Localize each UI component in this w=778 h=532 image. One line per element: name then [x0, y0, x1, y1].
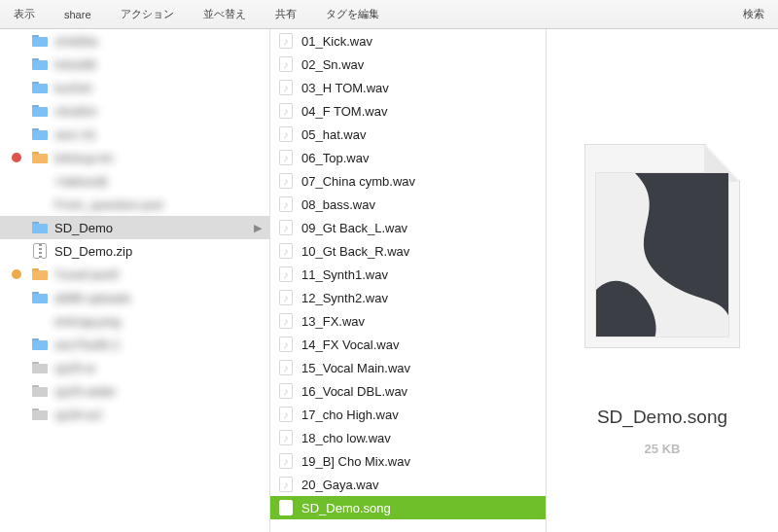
file-row[interactable]: 19_B] Cho Mix.wav — [270, 449, 546, 473]
file-name: 08_bass.wav — [301, 197, 538, 212]
column-parent-folder[interactable]: sh4d0wh4ze88kur0shr4nd0mserc-01b4ckup-tm… — [0, 29, 270, 532]
sidebar-item[interactable]: TuneCare® — [0, 263, 269, 286]
sidebar-item-label: b4ckup-tm — [54, 151, 244, 165]
sidebar-item[interactable]: b4ckup-tm — [0, 146, 269, 169]
toolbar-tags[interactable]: タグを編集 — [322, 5, 383, 23]
file-name: 17_cho High.wav — [301, 408, 538, 422]
sidebar-item[interactable]: dd96-uploads — [0, 286, 269, 309]
file-name: 13_FX.wav — [301, 314, 538, 329]
toolbar-action[interactable]: アクション — [117, 5, 178, 23]
file-row[interactable]: 06_Top.wav — [270, 146, 546, 169]
file-name: 15_Vocal Main.wav — [301, 361, 538, 375]
audio-file-icon — [279, 290, 293, 305]
audio-file-icon — [279, 360, 293, 375]
file-row[interactable]: 14_FX Vocal.wav — [270, 333, 546, 356]
sidebar-item-label: sp25-wider — [54, 384, 244, 399]
folder-icon — [32, 362, 48, 373]
folder-icon — [32, 105, 48, 117]
audio-file-icon — [279, 337, 293, 352]
sidebar-item-label: sh4d0w — [54, 34, 244, 49]
audio-file-icon — [279, 266, 293, 282]
folder-icon — [32, 268, 48, 280]
audio-file-icon — [279, 430, 293, 445]
sidebar-item-label: entropy.png — [54, 314, 244, 329]
audio-file-icon — [279, 150, 293, 165]
file-row[interactable]: 17_cho High.wav — [270, 403, 546, 426]
file-row[interactable]: 12_Synth2.wav — [270, 286, 546, 309]
toolbar-view[interactable]: 表示 — [10, 5, 39, 23]
column-file-list[interactable]: 01_Kick.wav02_Sn.wav03_H TOM.wav04_F TOM… — [270, 29, 547, 532]
preview-filename: SD_Demo.song — [597, 407, 727, 428]
file-name: 01_Kick.wav — [301, 34, 538, 49]
audio-file-icon — [279, 103, 293, 119]
file-row[interactable]: 01_Kick.wav — [270, 29, 546, 53]
column-preview: SD_Demo.song 25 KB — [547, 29, 778, 532]
file-name: 02_Sn.wav — [301, 57, 538, 72]
file-row[interactable]: 02_Sn.wav — [270, 53, 546, 76]
folder-icon — [32, 58, 48, 70]
file-row[interactable]: 10_Gt Back_R.wav — [270, 239, 546, 263]
file-name: 07_China cymb.wav — [301, 174, 538, 189]
file-row[interactable]: SD_Demo.song — [270, 496, 546, 519]
file-row[interactable]: 08_bass.wav — [270, 193, 546, 216]
file-row[interactable]: 18_cho low.wav — [270, 426, 546, 449]
sidebar-item[interactable]: ses70u80.2 — [0, 333, 269, 356]
sidebar-item[interactable]: sp34-w2 — [0, 403, 269, 426]
file-row[interactable]: 15_Vocal Main.wav — [270, 356, 546, 379]
toolbar-share[interactable]: share — [60, 7, 95, 22]
file-row[interactable]: 09_Gt Back_L.wav — [270, 216, 546, 239]
file-row[interactable]: 04_F TOM.wav — [270, 99, 546, 123]
file-name: 14_FX Vocal.wav — [301, 337, 538, 352]
sidebar-item[interactable]: sh4d0w — [0, 29, 269, 53]
audio-file-icon — [279, 33, 293, 49]
folder-icon — [32, 338, 48, 350]
file-name: 12_Synth2.wav — [301, 291, 538, 305]
audio-file-icon — [279, 453, 293, 469]
folder-icon — [32, 222, 48, 233]
file-name: 05_hat.wav — [301, 127, 538, 142]
file-row[interactable]: 05_hat.wav — [270, 123, 546, 146]
file-name: 20_Gaya.wav — [301, 478, 538, 492]
sidebar-item-label: kur0sh — [54, 81, 244, 95]
sidebar-item[interactable]: r4nd0m — [0, 99, 269, 123]
sidebar-item-label: SD_Demo.zip — [54, 244, 244, 259]
file-row[interactable]: 07_China cymb.wav — [270, 169, 546, 193]
song-file-icon — [279, 500, 293, 515]
sidebar-item-label: SD_Demo — [54, 221, 244, 235]
folder-icon — [32, 408, 48, 420]
toolbar-search[interactable]: 検索 — [739, 5, 768, 23]
sidebar-item[interactable]: SD_Demo▶ — [0, 216, 269, 239]
sidebar-item-label: r4nd0m — [54, 104, 244, 119]
file-row[interactable]: 16_Vocal DBL.wav — [270, 379, 546, 403]
toolbar-sort[interactable]: 並べ替え — [199, 5, 250, 23]
sidebar-item-label: sp25-w — [54, 361, 244, 375]
sidebar-item[interactable]: sp25-w — [0, 356, 269, 379]
preview-document-icon — [584, 144, 740, 348]
file-row[interactable]: 20_Gaya.wav — [270, 473, 546, 496]
audio-file-icon — [279, 243, 293, 259]
sidebar-item-label: +tattoos$ — [54, 174, 244, 189]
toolbar-shared[interactable]: 共有 — [271, 5, 301, 23]
audio-file-icon — [279, 80, 293, 95]
file-row[interactable]: 13_FX.wav — [270, 309, 546, 333]
sidebar-item[interactable]: sp25-wider — [0, 379, 269, 403]
folder-icon — [32, 385, 48, 397]
sidebar-item[interactable]: h4ze88 — [0, 53, 269, 76]
file-name: 19_B] Cho Mix.wav — [301, 454, 538, 469]
main-columns: sh4d0wh4ze88kur0shr4nd0mserc-01b4ckup-tm… — [0, 29, 778, 532]
sidebar-item[interactable]: entropy.png — [0, 309, 269, 333]
audio-file-icon — [279, 477, 293, 492]
sidebar-item[interactable]: SD_Demo.zip — [0, 239, 269, 263]
sidebar-item-label: serc-01 — [54, 127, 244, 142]
file-name: 09_Gt Back_L.wav — [301, 221, 538, 235]
file-row[interactable]: 11_Synth1.wav — [270, 263, 546, 286]
audio-file-icon — [279, 313, 293, 329]
file-name: 11_Synth1.wav — [301, 267, 538, 282]
audio-file-icon — [279, 56, 293, 72]
sidebar-item[interactable]: serc-01 — [0, 123, 269, 146]
file-name: 04_F TOM.wav — [301, 104, 538, 119]
sidebar-item[interactable]: +tattoos$ — [0, 169, 269, 193]
sidebar-item[interactable]: kur0sh — [0, 76, 269, 99]
sidebar-item[interactable]: From_question.psd — [0, 193, 269, 216]
file-row[interactable]: 03_H TOM.wav — [270, 76, 546, 99]
